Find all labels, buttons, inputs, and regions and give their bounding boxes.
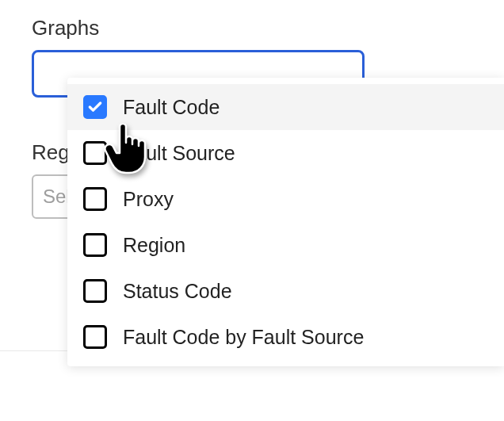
checkbox-fault-code[interactable] [83,95,107,119]
checkbox-fault-source[interactable] [83,141,107,165]
checkbox-fault-code-by-fault-source[interactable] [83,325,107,349]
checkbox-region[interactable] [83,233,107,257]
dropdown-item-status-code[interactable]: Status Code [67,268,504,314]
dropdown-item-fault-code[interactable]: Fault Code [67,84,504,130]
dropdown-item-label: Status Code [123,280,232,303]
graphs-label: Graphs [32,16,472,40]
dropdown-item-label: Fault Source [123,142,235,165]
dropdown-item-proxy[interactable]: Proxy [67,176,504,222]
dropdown-item-label: Region [123,234,185,257]
dropdown-item-label: Proxy [123,188,174,211]
graphs-dropdown-panel: Fault Code Fault Source Proxy Region Sta… [67,78,504,366]
dropdown-item-label: Fault Code by Fault Source [123,326,364,349]
dropdown-item-fault-source[interactable]: Fault Source [67,130,504,176]
dropdown-item-label: Fault Code [123,96,220,119]
dropdown-item-fault-code-by-fault-source[interactable]: Fault Code by Fault Source [67,314,504,360]
dropdown-item-region[interactable]: Region [67,222,504,268]
checkbox-proxy[interactable] [83,187,107,211]
checkbox-status-code[interactable] [83,279,107,303]
check-icon [87,99,103,115]
